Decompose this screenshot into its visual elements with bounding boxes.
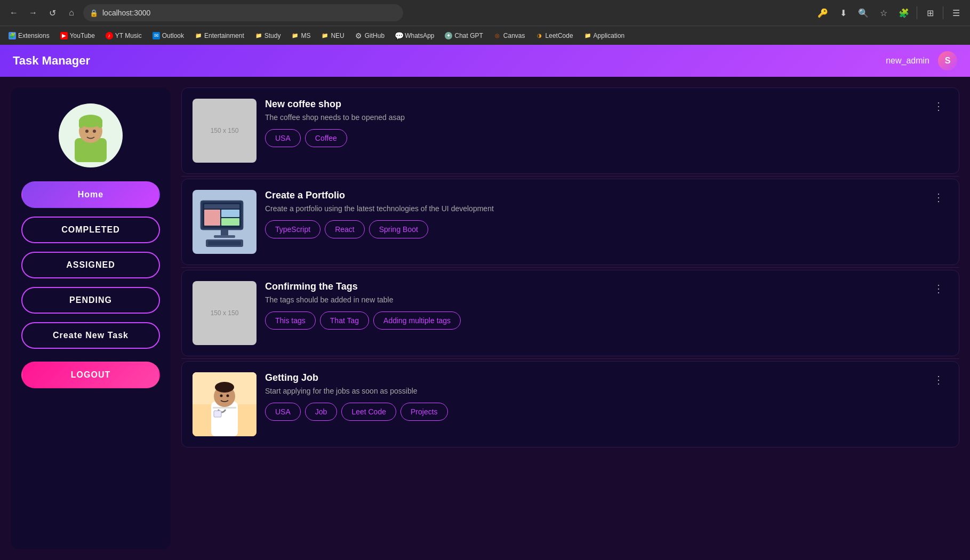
outlook-icon: ✉ [153,32,160,39]
home-button[interactable]: ⌂ [64,5,79,20]
forward-button[interactable]: → [26,5,41,20]
tag-adding-multiple[interactable]: Adding multiple tags [373,311,461,330]
folder-icon-4: 📁 [321,32,328,39]
bookmarks-bar: 🧩 Extensions ▶ YouTube ♪ YT Music ✉ Outl… [0,26,970,45]
task-tags-1: USA Coffee [265,129,920,147]
main-content: Home COMPLETED ASSIGNED PENDING Create N… [0,77,970,560]
extensions-bookmark-icon: 🧩 [9,32,16,39]
svg-rect-9 [204,204,239,209]
task-body-1: New coffee shop The coffee shop needs to… [265,99,920,147]
task-menu-1[interactable]: ⋮ [929,99,948,114]
menu-icon[interactable]: ☰ [949,5,964,20]
computer-svg [195,193,254,251]
bookmark-neu[interactable]: 📁 NEU [317,30,348,41]
bookmark-application[interactable]: 📁 Application [580,30,629,41]
svg-rect-3 [79,119,83,128]
nav-completed-button[interactable]: COMPLETED [21,217,160,243]
task-menu-3[interactable]: ⋮ [929,281,948,296]
nav-assigned-button[interactable]: ASSIGNED [21,252,160,278]
task-desc-2: Create a portfolio using the latest tech… [265,204,920,213]
bookmark-chatgpt[interactable]: ✦ Chat GPT [440,30,487,41]
folder-icon-1: 📁 [195,32,202,39]
task-body-4: Getting Job Start applying for the jobs … [265,372,920,421]
bookmark-entertainment[interactable]: 📁 Entertainment [190,30,248,41]
svg-rect-24 [213,407,236,409]
doctor-svg [193,372,256,436]
back-button[interactable]: ← [6,5,21,20]
svg-rect-25 [214,411,221,417]
app-header: Task Manager new_admin S [0,45,970,77]
address-bar[interactable]: 🔒 localhost:3000 [83,4,403,21]
tag-usa-4[interactable]: USA [265,403,301,421]
task-menu-4[interactable]: ⋮ [929,372,948,387]
browser-chrome: ← → ↺ ⌂ 🔒 localhost:3000 🔑 ⬇ 🔍 ☆ 🧩 ⊞ ☰ [0,0,970,26]
svg-rect-16 [208,241,241,245]
search-icon[interactable]: 🔍 [856,5,871,20]
task-title-2: Create a Portfolio [265,190,920,201]
chatgpt-icon: ✦ [445,32,452,39]
bookmark-extensions[interactable]: 🧩 Extensions [4,30,54,41]
svg-rect-11 [221,210,239,217]
task-tags-2: TypeScript React Spring Boot [265,220,920,238]
bookmark-youtube[interactable]: ▶ YouTube [56,30,99,41]
task-thumbnail-4 [193,372,256,436]
task-divider-2 [181,267,959,268]
nav-create-button[interactable]: Create New Task [21,322,160,349]
tag-job[interactable]: Job [305,403,338,421]
task-title-1: New coffee shop [265,99,920,110]
folder-icon-2: 📁 [255,32,262,39]
bookmark-ms[interactable]: 📁 MS [287,30,315,41]
bookmark-whatsapp[interactable]: 💬 WhatsApp [391,30,438,41]
svg-rect-14 [214,235,235,238]
nav-logout-button[interactable]: LOGOUT [21,362,160,388]
task-tags-4: USA Job Leet Code Projects [265,403,920,421]
folder-icon-3: 📁 [291,32,299,39]
reload-button[interactable]: ↺ [45,5,60,20]
github-icon: ⚙ [355,32,363,39]
task-card-2: Create a Portfolio Create a portfolio us… [181,179,959,265]
task-body-2: Create a Portfolio Create a portfolio us… [265,190,920,238]
nav-home-button[interactable]: Home [21,181,160,208]
task-menu-2[interactable]: ⋮ [929,190,948,205]
task-thumbnail-2 [193,190,256,254]
bookmark-study[interactable]: 📁 Study [251,30,285,41]
tag-react[interactable]: React [325,220,365,238]
nav-pending-button[interactable]: PENDING [21,287,160,314]
task-title-4: Getting Job [265,372,920,383]
svg-rect-4 [98,119,102,128]
svg-point-21 [215,382,234,393]
extensions-icon[interactable]: 🧩 [896,5,911,20]
canvas-icon: ◎ [494,32,501,39]
user-profile-avatar [59,103,123,167]
tag-typescript[interactable]: TypeScript [265,220,320,238]
tag-that-tag[interactable]: That Tag [320,311,369,330]
leetcode-icon: ◑ [536,32,543,39]
task-divider-1 [181,176,959,177]
svg-rect-12 [221,218,239,226]
bookmark-github[interactable]: ⚙ GitHub [351,30,389,41]
user-avatar[interactable]: S [938,51,957,70]
grid-icon[interactable]: ⊞ [923,5,937,20]
whatsapp-icon: 💬 [395,32,403,39]
task-title-3: Confirming the Tags [265,281,920,292]
tag-coffee[interactable]: Coffee [305,129,347,147]
bookmark-canvas[interactable]: ◎ Canvas [490,30,530,41]
bookmark-ytmusic[interactable]: ♪ YT Music [101,30,146,41]
bookmark-outlook[interactable]: ✉ Outlook [148,30,188,41]
key-icon[interactable]: 🔑 [815,5,830,20]
tag-leetcode[interactable]: Leet Code [341,403,396,421]
task-card: 150 x 150 New coffee shop The coffee sho… [181,87,959,174]
svg-point-22 [220,395,223,397]
youtube-icon: ▶ [60,32,68,39]
bookmark-leetcode[interactable]: ◑ LeetCode [532,30,578,41]
tag-projects[interactable]: Projects [400,403,448,421]
header-right: new_admin S [886,51,957,70]
tag-springboot[interactable]: Spring Boot [369,220,428,238]
download-icon[interactable]: ⬇ [836,5,851,20]
avatar-svg [64,109,117,162]
url-text: localhost:3000 [102,9,150,17]
star-icon[interactable]: ☆ [876,5,891,20]
tag-this-tags[interactable]: This tags [265,311,316,330]
svg-point-5 [85,130,89,133]
tag-usa-1[interactable]: USA [265,129,301,147]
